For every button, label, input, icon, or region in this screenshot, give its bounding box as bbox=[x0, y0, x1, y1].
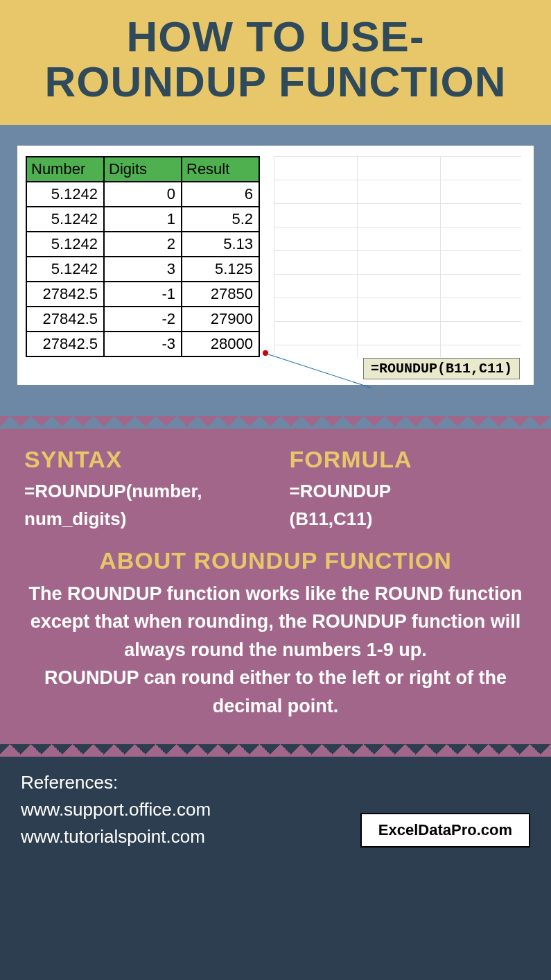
cell: 6 bbox=[182, 182, 259, 207]
syntax-block: SYNTAX =ROUNDUP(number, num_digits) bbox=[24, 446, 262, 533]
reference-link: www.tutorialspoint.com bbox=[21, 823, 211, 850]
footer-section: References: www.support.office.com www.t… bbox=[0, 757, 551, 870]
cell: 28000 bbox=[182, 332, 259, 356]
cell: 2 bbox=[104, 232, 182, 257]
header-section: HOW TO USE- ROUNDUP FUNCTION bbox=[0, 0, 551, 125]
col-header: Digits bbox=[104, 157, 182, 182]
zigzag-divider bbox=[0, 416, 551, 429]
references-label: References: bbox=[21, 769, 211, 796]
description-section: SYNTAX =ROUNDUP(number, num_digits) FORM… bbox=[0, 429, 551, 744]
example-section: Number Digits Result 5.124206 5.124215.2… bbox=[0, 125, 551, 416]
cell: 27842.5 bbox=[26, 307, 104, 332]
syntax-label: SYNTAX bbox=[24, 446, 262, 473]
about-paragraph-1: The ROUNDUP function works like the ROUN… bbox=[28, 583, 522, 660]
cell: 5.2 bbox=[182, 207, 259, 232]
cell: 27900 bbox=[182, 307, 259, 332]
cell: 5.1242 bbox=[26, 257, 104, 282]
references-block: References: www.support.office.com www.t… bbox=[21, 769, 211, 850]
cell: 3 bbox=[104, 257, 182, 282]
table-row: 5.124225.13 bbox=[26, 232, 259, 257]
title-line-1: HOW TO USE- bbox=[126, 12, 424, 60]
about-label: ABOUT ROUNDUP FUNCTION bbox=[24, 547, 527, 574]
cell: 5.13 bbox=[182, 232, 259, 257]
empty-grid bbox=[274, 156, 521, 357]
infographic: HOW TO USE- ROUNDUP FUNCTION Number Digi… bbox=[0, 0, 551, 870]
syntax-code: =ROUNDUP(number, num_digits) bbox=[24, 477, 262, 533]
title-line-2: ROUNDUP FUNCTION bbox=[45, 58, 507, 105]
cell: 5.125 bbox=[182, 257, 259, 282]
table-row: 5.124206 bbox=[26, 182, 259, 207]
syntax-formula-row: SYNTAX =ROUNDUP(number, num_digits) FORM… bbox=[24, 446, 527, 533]
cell: -2 bbox=[104, 307, 182, 332]
cell: 0 bbox=[104, 182, 182, 207]
cell: 27842.5 bbox=[26, 282, 104, 307]
data-table: Number Digits Result 5.124206 5.124215.2… bbox=[26, 156, 260, 357]
formula-block: FORMULA =ROUNDUP (B11,C11) bbox=[290, 446, 527, 533]
cell: 27842.5 bbox=[26, 332, 104, 356]
table-row: 27842.5-227900 bbox=[26, 307, 259, 332]
cell: -3 bbox=[104, 332, 182, 356]
reference-link: www.support.office.com bbox=[21, 796, 211, 823]
table-row: 5.124235.125 bbox=[26, 257, 259, 282]
table-row: 5.124215.2 bbox=[26, 207, 259, 232]
cell: 1 bbox=[104, 207, 182, 232]
col-header: Result bbox=[182, 157, 259, 182]
table-row: 27842.5-328000 bbox=[26, 332, 259, 356]
cell: 27850 bbox=[182, 282, 259, 307]
cell: 5.1242 bbox=[26, 182, 104, 207]
formula-label: FORMULA bbox=[290, 446, 527, 473]
cell: -1 bbox=[104, 282, 182, 307]
cell: 5.1242 bbox=[26, 207, 104, 232]
col-header: Number bbox=[26, 157, 104, 182]
formula-tooltip: =ROUNDUP(B11,C11) bbox=[363, 358, 520, 379]
brand-badge: ExcelDataPro.com bbox=[360, 813, 530, 848]
page-title: HOW TO USE- ROUNDUP FUNCTION bbox=[21, 14, 530, 104]
table-row: 27842.5-127850 bbox=[26, 282, 259, 307]
zigzag-divider bbox=[0, 744, 551, 757]
about-paragraph-2: ROUNDUP can round either to the left or … bbox=[44, 667, 507, 716]
formula-code: =ROUNDUP (B11,C11) bbox=[290, 477, 527, 533]
cell: 5.1242 bbox=[26, 232, 104, 257]
table-header-row: Number Digits Result bbox=[26, 157, 259, 182]
about-text: The ROUNDUP function works like the ROUN… bbox=[24, 580, 527, 721]
spreadsheet-screenshot: Number Digits Result 5.124206 5.124215.2… bbox=[17, 146, 534, 385]
